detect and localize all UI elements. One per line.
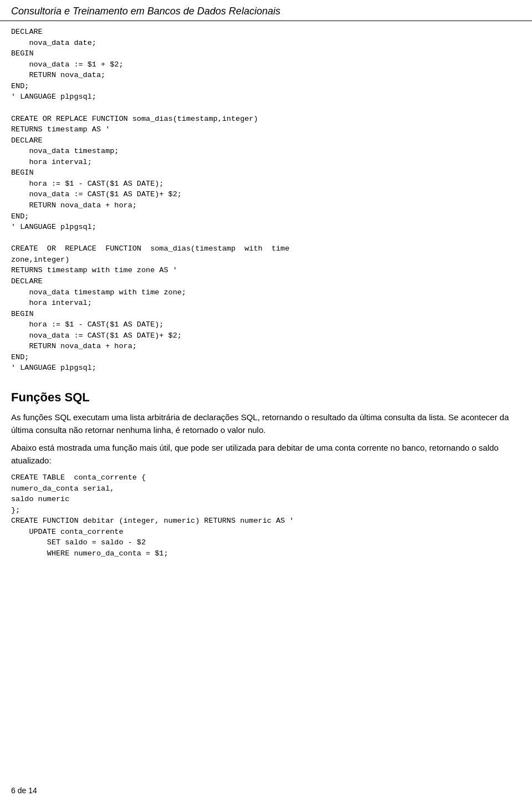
main-content: DECLARE nova_data date; BEGIN nova_data …	[0, 21, 532, 575]
code-example-block: CREATE TABLE conta_corrente { numero_da_…	[11, 472, 521, 559]
sql-paragraph-1: As funções SQL executam uma lista arbitr…	[11, 411, 521, 436]
page-header: Consultoria e Treinamento em Bancos de D…	[0, 0, 532, 21]
code-top-block: DECLARE nova_data date; BEGIN nova_data …	[11, 27, 521, 374]
sql-paragraph-2: Abaixo está mostrada uma função mais úti…	[11, 442, 521, 467]
page-footer: 6 de 14	[11, 786, 37, 795]
sql-functions-heading: Funções SQL	[11, 390, 521, 405]
header-title: Consultoria e Treinamento em Bancos de D…	[11, 6, 280, 17]
page-number: 6 de 14	[11, 786, 37, 795]
